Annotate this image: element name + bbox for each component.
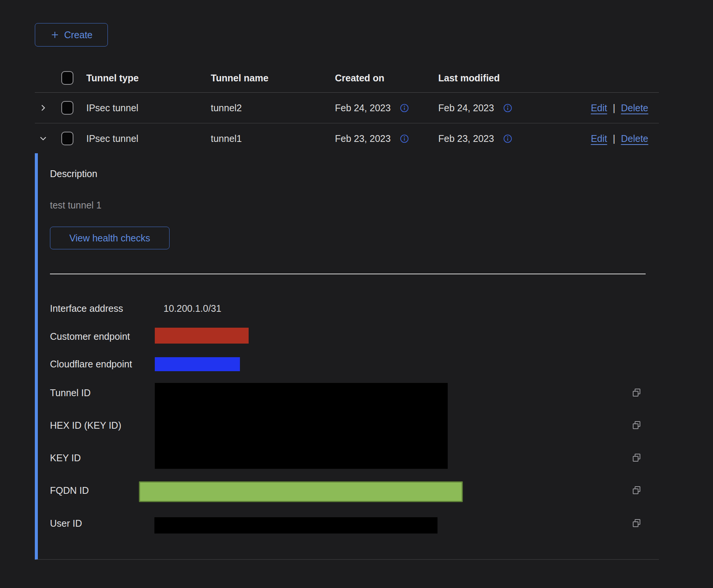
edit-link[interactable]: Edit [591, 103, 607, 114]
info-icon[interactable] [400, 134, 409, 143]
tunnel-row-tunnel2: IPsec tunnel tunnel2 Feb 24, 2023 Feb 24… [35, 93, 659, 123]
description-value: test tunnel 1 [50, 199, 101, 211]
cloudflare-endpoint-label: Cloudflare endpoint [50, 358, 132, 370]
last-modified-value: Feb 23, 2023 [438, 133, 494, 144]
created-on-value: Feb 23, 2023 [335, 133, 391, 144]
delete-link[interactable]: Delete [621, 133, 648, 144]
tunnels-table: Tunnel type Tunnel name Created on Last … [35, 64, 659, 154]
last-modified-value: Feb 24, 2023 [438, 103, 494, 114]
tunnel-type-value: IPsec tunnel [86, 133, 211, 144]
tunnel-name-value: tunnel2 [211, 103, 335, 114]
tunnel-id-label: Tunnel ID [50, 387, 90, 399]
copy-icon[interactable] [631, 485, 642, 496]
edit-link[interactable]: Edit [591, 133, 607, 144]
header-tunnel-type: Tunnel type [86, 73, 211, 84]
copy-icon[interactable] [631, 420, 642, 431]
select-all-checkbox[interactable] [61, 71, 73, 85]
ids-redaction-block [155, 383, 448, 469]
tunnel-name-value: tunnel1 [211, 133, 335, 144]
tunnel-detail-panel: Description test tunnel 1 View health ch… [35, 153, 659, 560]
customer-endpoint-label: Customer endpoint [50, 330, 130, 342]
table-header-row: Tunnel type Tunnel name Created on Last … [35, 64, 659, 93]
user-id-label: User ID [50, 517, 82, 529]
fqdn-id-label: FQDN ID [50, 484, 89, 496]
create-button-label: Create [64, 30, 92, 40]
info-icon[interactable] [503, 103, 512, 113]
chevron-down-icon[interactable] [39, 134, 48, 143]
copy-icon[interactable] [631, 453, 642, 463]
action-separator: | [613, 103, 615, 114]
create-button[interactable]: Create [35, 23, 108, 47]
interface-address-value: 10.200.1.0/31 [163, 302, 221, 314]
view-health-checks-button[interactable]: View health checks [50, 227, 170, 249]
description-label: Description [50, 168, 97, 180]
cloudflare-endpoint-redaction [155, 357, 240, 371]
copy-icon[interactable] [631, 387, 642, 398]
section-divider [50, 274, 646, 274]
customer-endpoint-redaction [155, 328, 249, 344]
plus-icon [50, 30, 60, 40]
header-last-modified: Last modified [438, 73, 542, 84]
chevron-right-icon[interactable] [39, 103, 48, 112]
tunnel-type-value: IPsec tunnel [86, 103, 211, 114]
fqdn-id-redaction [139, 481, 463, 502]
tunnel-row-tunnel1: IPsec tunnel tunnel1 Feb 23, 2023 Feb 23… [35, 123, 659, 154]
row-checkbox[interactable] [61, 101, 73, 115]
delete-link[interactable]: Delete [621, 103, 648, 114]
hex-id-label: HEX ID (KEY ID) [50, 419, 121, 431]
header-created-on: Created on [335, 73, 438, 84]
copy-icon[interactable] [631, 518, 642, 529]
action-separator: | [613, 133, 615, 144]
info-icon[interactable] [400, 103, 409, 113]
key-id-label: KEY ID [50, 452, 81, 464]
row-checkbox[interactable] [61, 132, 73, 145]
header-tunnel-name: Tunnel name [211, 73, 335, 84]
interface-address-label: Interface address [50, 302, 123, 314]
created-on-value: Feb 24, 2023 [335, 103, 391, 114]
user-id-redaction [154, 517, 437, 534]
info-icon[interactable] [503, 134, 512, 143]
